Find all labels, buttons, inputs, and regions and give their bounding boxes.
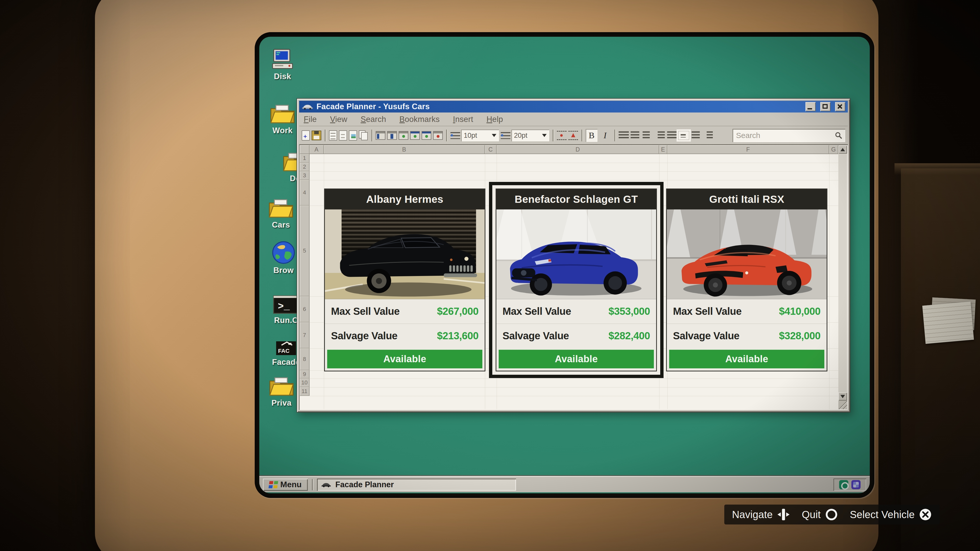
menu-bookmarks[interactable]: Bookmarks: [399, 115, 440, 124]
maximize-button[interactable]: [820, 102, 830, 111]
duplicate-page-icon[interactable]: [359, 130, 368, 141]
row-header: 7: [300, 322, 310, 348]
row-header: 9: [300, 370, 310, 379]
folder-icon: [262, 197, 300, 219]
new-document-icon[interactable]: [302, 130, 310, 141]
align-right-icon[interactable]: [655, 131, 665, 140]
vehicle-card-albany-hermes[interactable]: Albany Hermes: [324, 189, 485, 372]
toolbar-separator: [371, 130, 372, 141]
desktop-icon-work[interactable]: Work: [263, 103, 302, 135]
hud-navigate-label: Navigate: [732, 509, 773, 520]
vehicle-card-grotti-itali-rsx[interactable]: Grotti Itali RSX: [666, 189, 827, 372]
menu-file[interactable]: File: [304, 115, 317, 124]
row-header: 11: [300, 387, 310, 396]
max-sell-value: $353,000: [608, 306, 650, 317]
green-app-icon[interactable]: [839, 480, 848, 489]
vehicle-card-benefactor-schlagen-gt[interactable]: Benefactor Schlagen GT: [496, 189, 657, 372]
scroll-up-button[interactable]: [838, 145, 847, 154]
hud-select-vehicle: Select Vehicle: [850, 508, 932, 521]
max-sell-row: Max Sell Value $267,000: [325, 299, 485, 324]
column-header: E: [659, 145, 667, 154]
menu-view[interactable]: View: [330, 115, 347, 124]
folder-icon: [262, 375, 301, 397]
window-titlebar[interactable]: Facade Planner - Yusufs Cars: [299, 101, 848, 113]
scroll-down-button[interactable]: [838, 392, 847, 400]
page-fields-icon[interactable]: [339, 130, 347, 141]
salvage-value: $213,600: [437, 330, 479, 341]
max-sell-label: Max Sell Value: [331, 306, 400, 317]
availability-banner: Available: [327, 350, 482, 368]
availability-label: Available: [725, 354, 768, 365]
column-header: D: [496, 145, 659, 154]
layout-left-pane-icon[interactable]: [375, 131, 385, 140]
menu-search[interactable]: Search: [361, 115, 386, 124]
circle-button-icon: [825, 508, 838, 521]
resize-grip[interactable]: [838, 400, 847, 409]
close-button[interactable]: [835, 102, 845, 111]
desktop-icon-private[interactable]: Priva: [262, 375, 301, 408]
system-tray: [834, 478, 866, 491]
row-header: 2: [300, 163, 310, 171]
menu-insert[interactable]: Insert: [453, 115, 473, 124]
align-option-icon[interactable]: [631, 131, 641, 140]
layout-header-marker-icon[interactable]: [422, 131, 431, 140]
vertical-scrollbar[interactable]: [838, 145, 847, 400]
page-image-icon[interactable]: [349, 130, 357, 141]
hud-navigate: Navigate: [732, 508, 790, 521]
row-header: 3: [300, 171, 310, 180]
max-sell-value: $267,000: [437, 306, 479, 317]
align-left-icon[interactable]: [643, 131, 653, 140]
row-header: 4: [300, 180, 310, 206]
start-menu-button[interactable]: Menu: [263, 478, 308, 491]
car-icon: [302, 103, 313, 110]
layout-marker-icon[interactable]: [399, 131, 408, 140]
desktop-icon-cars[interactable]: Cars: [262, 197, 300, 230]
paragraph-spacing-icon: [501, 131, 511, 140]
search-box: [732, 129, 845, 142]
align-center-icon[interactable]: [690, 131, 701, 140]
hud-select-vehicle-label: Select Vehicle: [850, 509, 915, 520]
record-stop-icon[interactable]: [433, 131, 443, 140]
align-justify-icon[interactable]: [667, 131, 677, 140]
menu-help[interactable]: Help: [487, 115, 503, 124]
salvage-label: Salvage Value: [331, 330, 397, 341]
paper-stack: [922, 302, 974, 344]
align-option-icon[interactable]: [619, 131, 629, 140]
desktop-icon-label: Disk: [263, 72, 302, 81]
gridline: [310, 387, 838, 387]
salvage-label: Salvage Value: [673, 330, 739, 341]
line-spacing-combo[interactable]: 10pt: [450, 130, 499, 141]
save-icon[interactable]: [312, 130, 321, 140]
align-active-icon[interactable]: [679, 131, 689, 140]
window-title: Facade Planner - Yusufs Cars: [317, 102, 801, 111]
minimize-button[interactable]: [805, 102, 816, 111]
search-input[interactable]: [732, 131, 829, 140]
vehicle-card-header: Grotti Itali RSX: [667, 189, 827, 210]
purple-grid-icon[interactable]: [851, 480, 861, 489]
column-header: G: [829, 145, 838, 154]
page-text-icon[interactable]: [329, 130, 337, 141]
salvage-value: $282,400: [608, 330, 650, 341]
availability-label: Available: [555, 354, 598, 365]
align-frame-icon[interactable]: [703, 131, 713, 140]
svg-text:>_: >_: [278, 301, 290, 312]
desktop-icon-label: Cars: [262, 221, 300, 230]
start-menu-label: Menu: [280, 480, 302, 489]
vehicle-name: Albany Hermes: [366, 193, 443, 205]
row-header: 10: [300, 379, 310, 387]
desktop-icon-disk[interactable]: Disk: [263, 48, 302, 81]
toolbar-separator: [552, 130, 554, 141]
salvage-row: Salvage Value $282,400: [496, 324, 656, 348]
paragraph-spacing-combo[interactable]: 20pt: [501, 130, 549, 141]
hud-quit-label: Quit: [802, 509, 821, 520]
salvage-row: Salvage Value $213,600: [325, 324, 485, 348]
taskbar-separator: [312, 479, 313, 490]
italic-button[interactable]: I: [599, 129, 611, 142]
border-arrow-icon[interactable]: [568, 131, 578, 140]
toolbar-separator: [614, 130, 615, 141]
layout-center-pane-icon[interactable]: [387, 131, 397, 140]
layout-header-marker-icon[interactable]: [410, 131, 420, 140]
border-spacing-icon[interactable]: [557, 131, 566, 140]
bold-button[interactable]: B: [586, 129, 597, 142]
task-button-facade-planner[interactable]: Facade Planner: [317, 478, 516, 491]
